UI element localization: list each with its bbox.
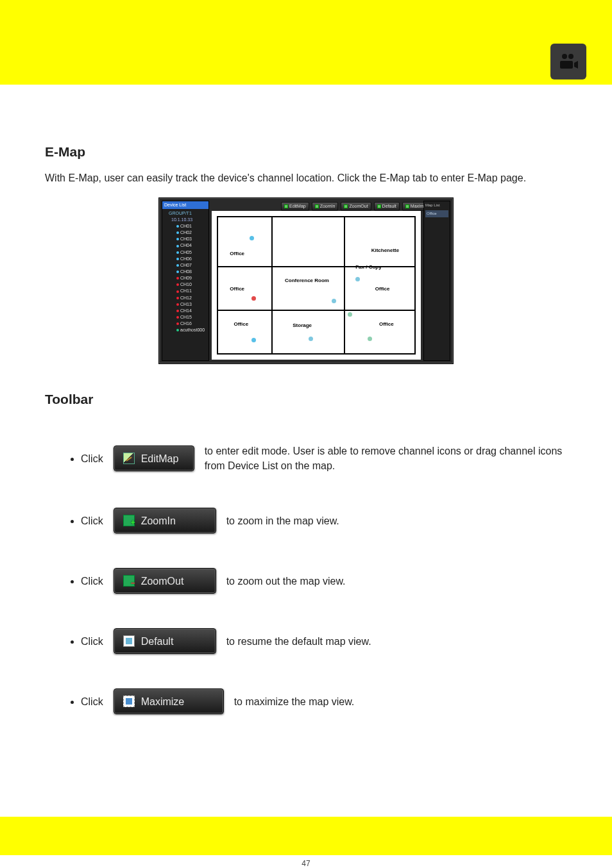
- tree-channel: CH08: [165, 269, 208, 275]
- channel-label: CH05: [180, 249, 192, 256]
- room-label: Office: [379, 321, 394, 328]
- channel-status-icon: [176, 277, 179, 280]
- screenshot-toolbar: EditMap ZoomIn ZoomOut Default Maximize: [281, 202, 432, 211]
- channel-status-icon: [176, 310, 179, 312]
- svg-marker-3: [574, 61, 578, 69]
- camera-icon: [251, 296, 256, 301]
- channel-status-icon: [176, 245, 179, 247]
- tree-leaf: acuthost000: [165, 327, 208, 333]
- room-label: Office: [234, 321, 248, 328]
- channel-label: CH06: [180, 256, 192, 262]
- channel-status-icon: [176, 290, 179, 293]
- tree-channel: CH06: [165, 256, 208, 262]
- zoomin-desc-after: to zoom in the map view.: [226, 513, 339, 528]
- tree-channel: CH10: [165, 281, 208, 288]
- channel-label: CH04: [180, 242, 192, 249]
- channel-status-icon: [176, 322, 179, 325]
- room-label: Fax / Copy: [355, 263, 381, 271]
- channel-status-icon: [176, 225, 179, 228]
- leaf-label: acuthost000: [180, 327, 205, 333]
- channel-status-icon: [176, 316, 179, 319]
- svg-point-1: [568, 54, 574, 59]
- camera-icon: [355, 277, 360, 281]
- camera-icon: [368, 337, 372, 341]
- tree-channel: CH12: [165, 295, 208, 301]
- default-view-icon: [123, 635, 135, 647]
- camera-icon: [332, 299, 336, 303]
- section-heading-emap: E-Map: [45, 142, 567, 162]
- tree-root: GROUP/T1: [165, 210, 208, 217]
- tree-channel: CH16: [165, 321, 208, 327]
- channel-label: CH08: [180, 269, 192, 275]
- default-button[interactable]: Default: [114, 628, 216, 654]
- camera-icon: [348, 312, 352, 317]
- tree-channel: CH04: [165, 242, 208, 249]
- zoomin-desc-before: Click: [81, 513, 103, 528]
- footer-band: [0, 817, 612, 855]
- svg-rect-2: [560, 61, 573, 69]
- channel-label: CH11: [180, 288, 192, 294]
- edit-icon: [123, 453, 135, 464]
- section-heading-toolbar: Toolbar: [45, 390, 567, 409]
- zoomout-button[interactable]: ZoomOut: [114, 568, 216, 594]
- tree-channel: CH13: [165, 301, 208, 308]
- channel-status-icon: [176, 251, 179, 254]
- toolbar-buttons-list: Click EditMap to enter edit mode. User i…: [81, 444, 567, 714]
- channel-label: CH15: [180, 314, 192, 321]
- channel-status-icon: [176, 264, 179, 267]
- zoom-in-icon: [123, 515, 135, 526]
- camera-icon: [250, 236, 254, 240]
- map-list-title: Map List: [425, 203, 448, 208]
- leaf-status-icon: [176, 329, 179, 331]
- room-label: Conference Room: [285, 277, 329, 285]
- emap-screenshot: EditMap ZoomIn ZoomOut Default Maximize …: [158, 197, 454, 364]
- header-band: [0, 0, 612, 85]
- channel-label: CH10: [180, 281, 192, 288]
- channel-label: CH07: [180, 262, 192, 269]
- tree-channel: CH03: [165, 236, 208, 242]
- tree-channel: CH05: [165, 249, 208, 256]
- channel-status-icon: [176, 271, 179, 273]
- map-list-panel: Map List Office: [423, 201, 450, 361]
- tree-channel: CH15: [165, 314, 208, 321]
- maximize-desc-before: Click: [81, 694, 103, 709]
- default-desc-after: to resume the default map view.: [226, 634, 371, 649]
- intro-paragraph: With E-Map, user can easily track the de…: [45, 171, 567, 185]
- room-label: Office: [230, 250, 244, 258]
- tree-dvr: 10.1.10.33: [165, 217, 208, 223]
- camcorder-icon: [550, 44, 586, 79]
- mini-zoomin-button: ZoomIn: [312, 202, 339, 211]
- editmap-button[interactable]: EditMap: [114, 446, 194, 471]
- tree-channel: CH09: [165, 275, 208, 281]
- svg-point-0: [562, 54, 567, 59]
- channel-label: CH13: [180, 301, 192, 308]
- page-number: 47: [0, 859, 612, 868]
- tree-channel: CH01: [165, 223, 208, 230]
- zoomout-button-label: ZoomOut: [141, 574, 184, 588]
- editmap-desc-before: Click: [81, 451, 103, 466]
- default-desc-before: Click: [81, 634, 103, 649]
- tree-channel: CH07: [165, 262, 208, 269]
- channel-status-icon: [176, 231, 179, 234]
- zoomin-button[interactable]: ZoomIn: [114, 508, 216, 533]
- maximize-button[interactable]: Maximize: [114, 689, 224, 714]
- tree-channel: CH11: [165, 288, 208, 294]
- mini-default-button: Default: [374, 202, 400, 211]
- channel-label: CH12: [180, 295, 192, 301]
- channel-label: CH14: [180, 308, 192, 314]
- maximize-desc-after: to maximize the map view.: [234, 694, 355, 709]
- channel-label: CH09: [180, 275, 192, 281]
- mini-editmap-button: EditMap: [281, 202, 309, 211]
- camera-icon: [251, 338, 256, 342]
- editmap-desc-after: to enter edit mode. User is able to remo…: [205, 444, 567, 473]
- zoom-out-icon: [123, 575, 135, 587]
- default-button-label: Default: [141, 634, 174, 649]
- channel-label: CH02: [180, 230, 192, 236]
- maximize-icon: [123, 696, 135, 707]
- tree-channel: CH14: [165, 308, 208, 314]
- channel-status-icon: [176, 238, 179, 240]
- camera-icon: [309, 337, 313, 341]
- mini-zoomout-button: ZoomOut: [341, 202, 371, 211]
- zoomout-desc-before: Click: [81, 574, 103, 588]
- channel-status-icon: [176, 303, 179, 306]
